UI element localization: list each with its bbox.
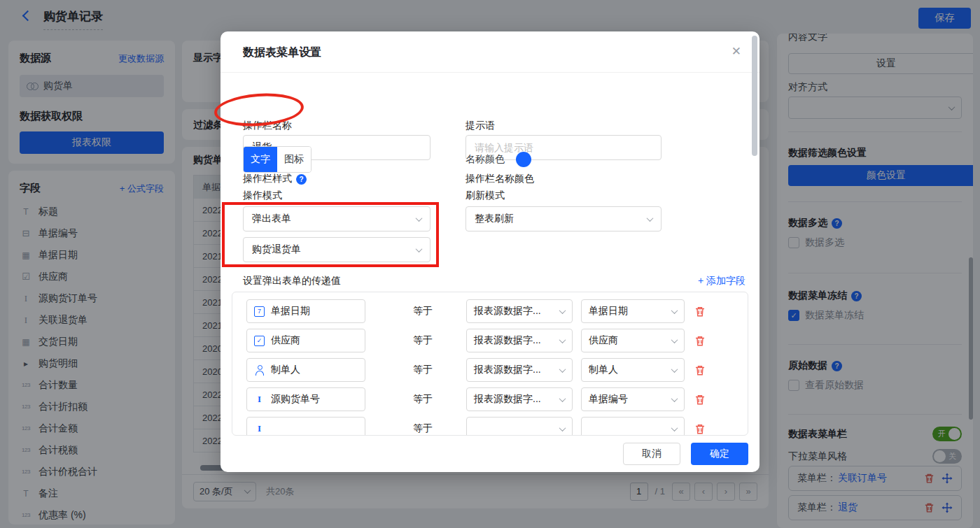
source-field-value: 单据编号 bbox=[589, 393, 628, 406]
tab-icon-style[interactable]: 图标 bbox=[277, 147, 311, 172]
chevron-down-icon bbox=[559, 336, 566, 343]
text-field-icon bbox=[254, 394, 265, 405]
source-type-value: 报表源数据字... bbox=[474, 364, 541, 376]
source-type-select[interactable]: 报表源数据字... bbox=[466, 299, 573, 323]
source-field-value: 制单人 bbox=[589, 364, 618, 376]
source-field-value: 单据日期 bbox=[589, 305, 628, 317]
operator-label: 等于 bbox=[413, 334, 452, 347]
refresh-select[interactable]: 整表刷新 bbox=[465, 206, 662, 231]
transfer-field-box[interactable]: 单据日期 bbox=[246, 299, 365, 323]
refresh-select-value: 整表刷新 bbox=[475, 213, 514, 225]
source-type-value: 报表源数据字... bbox=[474, 305, 541, 317]
source-type-select[interactable] bbox=[466, 417, 573, 436]
source-type-value: 报表源数据字... bbox=[474, 334, 541, 347]
name-color-label: 操作栏名称颜色 bbox=[465, 173, 534, 185]
chevron-down-icon bbox=[671, 307, 678, 314]
source-field-select[interactable]: 制单人 bbox=[581, 358, 685, 382]
chevron-down-icon bbox=[671, 336, 678, 343]
source-field-select[interactable]: 单据编号 bbox=[581, 387, 685, 411]
trash-icon[interactable] bbox=[694, 394, 706, 406]
cancel-button[interactable]: 取消 bbox=[623, 443, 680, 465]
operator-label: 等于 bbox=[413, 393, 452, 406]
chevron-down-icon bbox=[559, 307, 566, 314]
transfer-row: 源购货单号 等于 报表源数据字... 单据编号 bbox=[232, 385, 748, 414]
mode-select-value: 弹出表单 bbox=[252, 213, 291, 225]
transfer-values-list: 单据日期 等于 报表源数据字... 单据日期 bbox=[232, 292, 748, 436]
mode-select[interactable]: 弹出表单 bbox=[243, 206, 430, 231]
transfer-field-box[interactable]: 供应商 bbox=[246, 329, 365, 352]
mode-form-select-value: 购货退货单 bbox=[252, 243, 301, 256]
trash-icon[interactable] bbox=[694, 364, 706, 376]
chevron-down-icon bbox=[559, 366, 566, 373]
table-menu-settings-modal: 数据表菜单设置 ✕ 操作栏名称 提示语 操作栏样式 文字 图标 操作栏名称颜色 … bbox=[220, 31, 760, 472]
trash-icon[interactable] bbox=[694, 335, 706, 347]
chevron-down-icon bbox=[559, 395, 566, 402]
transfer-field-box[interactable] bbox=[246, 417, 365, 436]
close-icon[interactable]: ✕ bbox=[732, 44, 741, 59]
trash-icon[interactable] bbox=[694, 423, 706, 435]
transfer-field-box[interactable]: 制单人 bbox=[246, 358, 365, 382]
style-label-text: 操作栏样式 bbox=[243, 173, 292, 185]
mode-form-select[interactable]: 购货退货单 bbox=[243, 237, 430, 262]
tooltip-label: 提示语 bbox=[465, 120, 495, 132]
transfer-row: 制单人 等于 报表源数据字... 制单人 bbox=[232, 355, 748, 385]
add-field-link[interactable]: + 添加字段 bbox=[698, 275, 746, 287]
chevron-down-icon bbox=[671, 366, 678, 373]
operator-label: 等于 bbox=[413, 364, 452, 376]
modal-header: 数据表菜单设置 ✕ bbox=[220, 31, 760, 73]
chevron-down-icon bbox=[416, 245, 423, 252]
chevron-down-icon bbox=[559, 424, 566, 431]
help-icon[interactable] bbox=[296, 174, 307, 185]
mode-label: 操作模式 bbox=[243, 190, 282, 202]
calendar-field-icon bbox=[254, 306, 265, 317]
transfer-field-name: 源购货单号 bbox=[271, 393, 320, 406]
source-type-value: 报表源数据字... bbox=[474, 393, 541, 406]
app-root: 购货单记录 保存 数据源 更改数据源 购货单 数据获取权限 报表权限 字段 + … bbox=[0, 0, 980, 528]
chevron-down-icon bbox=[647, 215, 654, 222]
transfer-values-label: 设置弹出表单的传递值 bbox=[243, 275, 341, 287]
transfer-field-box[interactable]: 源购货单号 bbox=[246, 387, 365, 411]
action-name-label: 操作栏名称 bbox=[243, 120, 292, 132]
operator-label: 等于 bbox=[413, 422, 452, 435]
transfer-row: 供应商 等于 报表源数据字... 供应商 bbox=[232, 326, 748, 355]
refresh-label: 刷新模式 bbox=[465, 190, 505, 202]
chevron-down-icon bbox=[416, 215, 423, 222]
modal-title: 数据表菜单设置 bbox=[243, 45, 321, 60]
name-color-row: 名称颜色 bbox=[465, 152, 531, 167]
modal-list-scrollbar[interactable] bbox=[752, 36, 757, 156]
style-label: 操作栏样式 bbox=[243, 173, 307, 185]
transfer-row: 等于 bbox=[232, 414, 748, 436]
source-field-select[interactable]: 单据日期 bbox=[581, 299, 685, 323]
trash-icon[interactable] bbox=[694, 306, 706, 317]
person-field-icon bbox=[254, 365, 265, 376]
select-field-icon bbox=[254, 336, 265, 346]
source-field-select[interactable]: 供应商 bbox=[581, 329, 685, 352]
transfer-field-name: 制单人 bbox=[271, 364, 300, 376]
chevron-down-icon bbox=[671, 424, 678, 431]
source-field-value: 供应商 bbox=[589, 334, 618, 347]
transfer-field-name: 单据日期 bbox=[271, 305, 310, 317]
name-color-text: 名称颜色 bbox=[465, 153, 505, 166]
source-type-select[interactable]: 报表源数据字... bbox=[466, 358, 573, 382]
operator-label: 等于 bbox=[413, 305, 452, 317]
chevron-down-icon bbox=[671, 395, 678, 402]
tab-text-style[interactable]: 文字 bbox=[244, 147, 277, 172]
text-field-icon bbox=[254, 424, 265, 434]
transfer-field-name: 供应商 bbox=[271, 334, 300, 347]
transfer-row: 单据日期 等于 报表源数据字... 单据日期 bbox=[232, 297, 748, 326]
confirm-button[interactable]: 确定 bbox=[691, 443, 748, 465]
source-type-select[interactable]: 报表源数据字... bbox=[466, 387, 573, 411]
source-field-select[interactable] bbox=[581, 417, 685, 436]
color-swatch[interactable] bbox=[516, 152, 531, 167]
source-type-select[interactable]: 报表源数据字... bbox=[466, 329, 573, 352]
style-segmented-control: 文字 图标 bbox=[243, 146, 312, 173]
